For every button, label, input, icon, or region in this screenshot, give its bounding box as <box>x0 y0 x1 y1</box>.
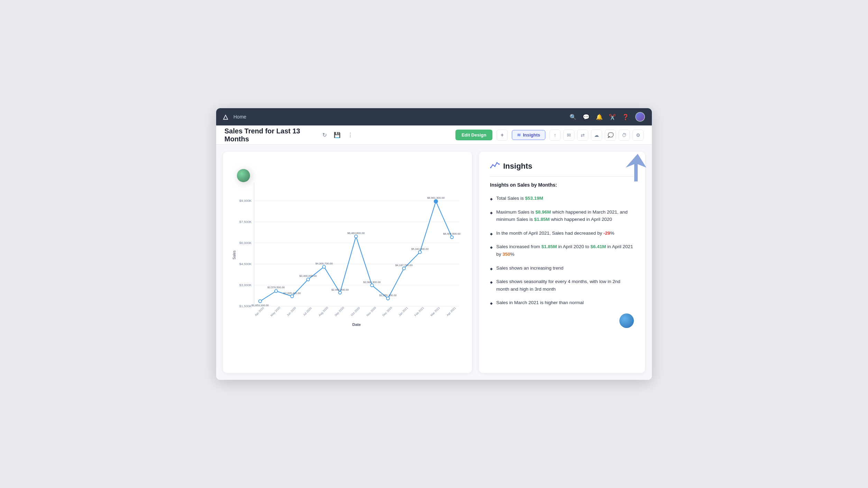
insights-title: Insights <box>503 162 532 171</box>
insight-text-3: In the month of April 2021, Sales had de… <box>496 229 614 237</box>
svg-text:Apr 2021: Apr 2021 <box>446 306 456 317</box>
svg-text:$9,000K: $9,000K <box>239 199 252 203</box>
svg-text:Sales: Sales <box>232 251 236 260</box>
svg-point-15 <box>259 300 262 303</box>
bell-icon[interactable]: 🔔 <box>596 114 603 120</box>
insight-item-1: ◆ Total Sales is $53.19M <box>490 195 634 202</box>
svg-point-55 <box>490 167 491 168</box>
svg-point-21 <box>354 235 358 238</box>
toolbar: Sales Trend for Last 13 Months ↻ 💾 ⋮ Edi… <box>216 125 652 145</box>
svg-point-18 <box>306 278 310 281</box>
export-icon[interactable]: ↑ <box>550 130 561 141</box>
svg-text:$4,300,700.00: $4,300,700.00 <box>315 262 333 265</box>
svg-text:Sep 2020: Sep 2020 <box>334 306 345 317</box>
svg-point-23 <box>386 297 389 300</box>
comment-icon[interactable]: 💭 <box>605 130 616 141</box>
bullet-5: ◆ <box>490 266 493 272</box>
svg-text:$5,343,900.00: $5,343,900.00 <box>411 247 429 251</box>
svg-text:$6,000K: $6,000K <box>239 241 252 245</box>
chart-panel: $1,500K $3,000K $4,500K $6,000K $7,500K … <box>223 152 472 373</box>
schedule-icon[interactable]: ⏱ <box>619 130 630 141</box>
svg-point-19 <box>323 265 326 269</box>
help-icon[interactable]: ❓ <box>622 114 629 120</box>
svg-point-59 <box>498 163 500 165</box>
svg-text:Oct 2020: Oct 2020 <box>350 306 361 317</box>
insight-text-1: Total Sales is $53.19M <box>496 195 543 202</box>
svg-point-26 <box>434 199 437 203</box>
email-icon[interactable]: ✉ <box>563 130 574 141</box>
save-icon[interactable]: 💾 <box>332 130 342 140</box>
chart-container: $1,500K $3,000K $4,500K $6,000K $7,500K … <box>230 162 465 342</box>
insights-header: Insights <box>490 161 634 177</box>
svg-text:$2,984,300.00: $2,984,300.00 <box>363 281 381 284</box>
svg-point-17 <box>290 295 294 298</box>
highlight-min-sales: $1.85M <box>534 217 550 222</box>
highlight-to-val: $6.41M <box>590 244 606 249</box>
svg-text:Aug 2020: Aug 2020 <box>318 306 329 317</box>
message-icon[interactable]: 💬 <box>583 114 590 120</box>
svg-text:$2,050,100.00: $2,050,100.00 <box>379 294 397 297</box>
svg-text:$2,576,500.00: $2,576,500.00 <box>267 286 285 289</box>
more-icon[interactable]: ⋮ <box>346 130 354 140</box>
svg-text:$3,400,000.00: $3,400,000.00 <box>299 274 317 278</box>
settings-icon[interactable]: ⚙ <box>632 130 644 141</box>
svg-text:$2,460,900.00: $2,460,900.00 <box>331 288 349 291</box>
add-button[interactable]: + <box>497 130 508 141</box>
insights-logo-panel <box>490 161 500 171</box>
svg-text:$4,500K: $4,500K <box>239 262 252 266</box>
svg-text:$1,853,100.00: $1,853,100.00 <box>251 304 269 307</box>
svg-text:Mar 2021: Mar 2021 <box>430 306 441 317</box>
deco-ball-bottom <box>619 313 634 328</box>
svg-text:Dec 2020: Dec 2020 <box>382 306 393 317</box>
svg-text:$7,500K: $7,500K <box>239 220 252 224</box>
svg-point-16 <box>275 290 278 293</box>
insights-panel: Insights Insights on Sales by Months: ◆ … <box>479 152 645 373</box>
svg-point-24 <box>403 267 406 270</box>
scissors-icon[interactable]: ✂️ <box>609 114 616 120</box>
svg-point-25 <box>418 251 422 254</box>
insight-item-7: ◆ Sales in March 2021 is higher than nor… <box>490 299 634 307</box>
highlight-from-val: $1.85M <box>542 244 557 249</box>
svg-text:$8,961,300.00: $8,961,300.00 <box>427 196 445 199</box>
insight-item-2: ◆ Maximum Sales is $8.96M which happened… <box>490 208 634 223</box>
insight-item-5: ◆ Sales shows an increasing trend <box>490 264 634 272</box>
edit-design-button[interactable]: Edit Design <box>455 130 493 140</box>
bullet-3: ◆ <box>490 231 493 237</box>
avatar[interactable] <box>635 112 645 122</box>
svg-text:Apr 2020: Apr 2020 <box>254 306 265 317</box>
svg-text:$6,405,800.00: $6,405,800.00 <box>443 232 461 235</box>
browser-window: △ Home 🔍 💬 🔔 ✂️ ❓ Sales Trend for Last 1… <box>216 108 652 380</box>
bullet-6: ◆ <box>490 280 493 285</box>
svg-text:Jan 2021: Jan 2021 <box>398 306 409 317</box>
nav-home-link[interactable]: Home <box>233 114 246 120</box>
insight-text-2: Maximum Sales is $8.96M which happened i… <box>496 208 634 223</box>
svg-text:$6,463,600.00: $6,463,600.00 <box>347 232 365 235</box>
svg-point-58 <box>496 162 498 163</box>
svg-point-56 <box>492 164 493 166</box>
svg-marker-0 <box>626 154 646 181</box>
main-content: $1,500K $3,000K $4,500K $6,000K $7,500K … <box>216 145 652 380</box>
app-logo: △ <box>223 113 228 121</box>
highlight-max-sales: $8.96M <box>535 209 551 215</box>
svg-text:Feb 2021: Feb 2021 <box>414 306 425 317</box>
nav-bar: △ Home 🔍 💬 🔔 ✂️ ❓ <box>216 108 652 125</box>
highlight-pct: 350 <box>502 252 510 257</box>
decorative-arrow <box>619 150 646 183</box>
share-icon[interactable]: ⇄ <box>577 130 588 141</box>
refresh-icon[interactable]: ↻ <box>321 130 328 140</box>
insights-button[interactable]: ≋ Insights <box>512 130 545 140</box>
search-icon[interactable]: 🔍 <box>570 114 576 120</box>
svg-point-22 <box>370 284 373 287</box>
bullet-1: ◆ <box>490 196 493 202</box>
nav-icons: 🔍 💬 🔔 ✂️ ❓ <box>570 112 645 122</box>
insight-item-6: ◆ Sales shows seasonality for every 4 mo… <box>490 278 634 293</box>
highlight-decrease: -29 <box>603 231 610 236</box>
page-title: Sales Trend for Last 13 Months <box>224 127 317 143</box>
svg-text:$4,187,700.00: $4,187,700.00 <box>395 264 413 267</box>
insights-logo-icon: ≋ <box>517 132 521 138</box>
cloud-icon[interactable]: ☁ <box>591 130 602 141</box>
bullet-2: ◆ <box>490 210 493 216</box>
insight-text-4: Sales increased from $1.85M in April 202… <box>496 243 634 258</box>
toolbar-actions: ↑ ✉ ⇄ ☁ 💭 ⏱ ⚙ <box>550 130 644 141</box>
svg-text:$1,500K: $1,500K <box>239 304 252 308</box>
